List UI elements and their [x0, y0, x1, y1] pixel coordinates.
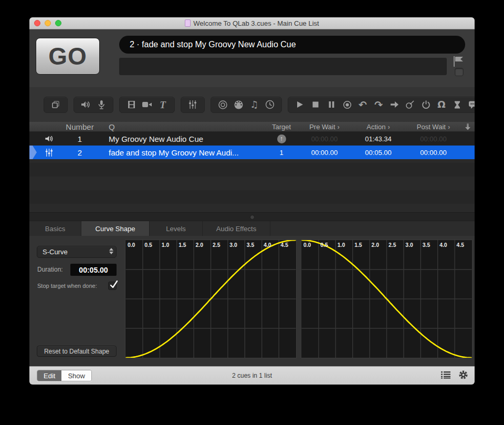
chevron-right-icon: › [387, 123, 390, 131]
chevron-right-icon: › [448, 123, 450, 131]
svg-text:4.5: 4.5 [281, 242, 289, 248]
stop-target-label: Stop target when done: [37, 283, 97, 289]
action-value: 01:43.34 [351, 135, 406, 143]
stop-icon[interactable] [309, 99, 322, 110]
notes-field[interactable] [119, 58, 447, 75]
cue-row-1[interactable]: 1 My Groovy New Audio Cue ↑ 00:00.00 01:… [29, 132, 475, 146]
svg-text:0.5: 0.5 [320, 242, 328, 248]
close-button[interactable] [34, 20, 40, 26]
svg-text:0.0: 0.0 [128, 242, 135, 248]
post-wait-value: 00:00.00 [406, 149, 461, 157]
mic-cue-icon[interactable] [95, 99, 108, 110]
post-wait-value: 00:00.00 [406, 135, 461, 143]
flag-checkbox[interactable] [455, 68, 464, 76]
pre-wait-value: 00:00.00 [298, 135, 351, 143]
curve-type-value: S-Curve [43, 248, 68, 256]
chevron-right-icon: › [338, 123, 340, 131]
standby-text: 2 · fade and stop My Groovy New Audio Cu… [130, 40, 296, 49]
fade-cue-group [181, 97, 205, 113]
cue-row-2-selected[interactable]: 2 fade and stop My Groovy New Audi... 1 … [29, 146, 475, 159]
load-target-icon[interactable] [404, 99, 416, 110]
window-title-wrap: Welcome To QLab 3.cues - Main Cue List [185, 19, 319, 27]
inspector-tab-bar: Basics Curve Shape Levels Audio Effects [29, 221, 475, 236]
audio-cue-icon[interactable] [79, 99, 92, 110]
wait-hourglass-icon[interactable] [451, 99, 464, 110]
notes-bubble-icon[interactable] [467, 99, 475, 110]
midi-cue-icon[interactable] [232, 99, 245, 110]
fade-cue-icon[interactable] [186, 99, 199, 110]
column-post-wait[interactable]: Post Wait› [406, 123, 461, 131]
fade-out-curve-graph[interactable]: 0.00.51.01.52.02.53.03.54.04.5 [301, 240, 472, 358]
column-target[interactable]: Target [265, 123, 298, 131]
speaker-icon [29, 134, 68, 143]
text-cue-icon[interactable]: T [156, 99, 169, 110]
cue-number: 2 [68, 148, 91, 157]
pane-splitter[interactable] [29, 212, 475, 221]
qlab-main-window: Welcome To QLab 3.cues - Main Cue List G… [29, 17, 475, 385]
svg-text:1.5: 1.5 [178, 242, 186, 248]
tab-levels[interactable]: Levels [150, 221, 203, 236]
toolbar: T [29, 87, 475, 122]
column-pre-wait[interactable]: Pre Wait› [298, 123, 351, 131]
svg-text:3.5: 3.5 [423, 242, 430, 248]
go-button[interactable]: GO [36, 38, 100, 75]
zoom-button[interactable] [55, 20, 61, 26]
svg-text:3.0: 3.0 [229, 242, 237, 248]
svg-text:2.5: 2.5 [388, 242, 396, 248]
curve-type-dropdown[interactable]: S-Curve [37, 246, 117, 258]
sort-down-arrow-icon[interactable] [461, 123, 475, 130]
stepper-arrows-icon [109, 248, 113, 254]
window-title: Welcome To QLab 3.cues - Main Cue List [193, 19, 319, 27]
audio-cue-group [74, 97, 113, 113]
title-bar[interactable]: Welcome To QLab 3.cues - Main Cue List [29, 17, 475, 29]
playhead-marker [29, 146, 37, 159]
up-arrow-badge-icon: ↑ [277, 134, 286, 143]
record-icon[interactable] [341, 99, 353, 110]
pre-wait-value: 00:00.00 [298, 149, 351, 157]
osc-cue-icon[interactable] [216, 99, 229, 110]
column-action[interactable]: Action› [351, 123, 406, 131]
standby-display[interactable]: 2 · fade and stop My Groovy New Audio Cu… [119, 36, 465, 54]
video-cue-icon[interactable] [125, 99, 138, 110]
power-icon[interactable] [419, 99, 432, 110]
show-mode-button[interactable]: Show [61, 370, 91, 381]
edit-mode-button[interactable]: Edit [37, 370, 61, 381]
traffic-lights [34, 20, 61, 26]
column-number[interactable]: Number [68, 122, 91, 131]
play-icon[interactable] [293, 99, 306, 110]
tab-curve-shape[interactable]: Curve Shape [81, 221, 150, 236]
timecode-cue-icon[interactable] [264, 99, 276, 110]
resume-icon[interactable] [388, 99, 401, 110]
svg-text:4.0: 4.0 [439, 242, 447, 248]
undo-icon[interactable]: ↶ [356, 99, 369, 110]
tab-basics[interactable]: Basics [29, 221, 81, 236]
settings-gear-icon[interactable] [458, 370, 468, 382]
minimize-button[interactable] [45, 20, 51, 26]
video-cue-group: T [119, 97, 175, 113]
stop-target-checkbox[interactable] [108, 282, 117, 290]
cue-number: 1 [68, 134, 91, 143]
panic-icon[interactable]: Ω [435, 99, 448, 110]
midi-file-cue-icon[interactable]: ♫ [248, 99, 260, 110]
svg-text:0.0: 0.0 [303, 242, 311, 248]
redo-icon[interactable]: ↷ [372, 99, 385, 110]
edit-show-toggle: Edit Show [37, 370, 92, 381]
cue-name: fade and stop My Groovy New Audi... [91, 148, 265, 157]
duration-field[interactable]: 00:05.00 [70, 264, 117, 276]
group-cue-group [44, 97, 68, 113]
splitter-handle-icon[interactable] [250, 215, 255, 220]
svg-text:3.5: 3.5 [247, 242, 255, 248]
svg-text:2.0: 2.0 [196, 242, 204, 248]
cue-lists-icon[interactable] [440, 371, 451, 381]
reset-default-shape-button[interactable]: Reset to Default Shape [37, 346, 117, 357]
cue-target-icon: ↑ [265, 134, 298, 143]
tab-audio-effects[interactable]: Audio Effects [203, 221, 270, 236]
camera-cue-icon[interactable] [141, 99, 153, 110]
pause-icon[interactable] [325, 99, 338, 110]
fade-in-curve-graph[interactable]: 0.00.51.01.52.02.53.03.54.04.5 [125, 240, 297, 358]
group-cue-icon[interactable] [49, 99, 62, 110]
svg-text:3.0: 3.0 [405, 242, 413, 248]
svg-text:1.0: 1.0 [162, 242, 170, 248]
column-q[interactable]: Q [91, 122, 265, 131]
cue-name: My Groovy New Audio Cue [91, 134, 265, 143]
